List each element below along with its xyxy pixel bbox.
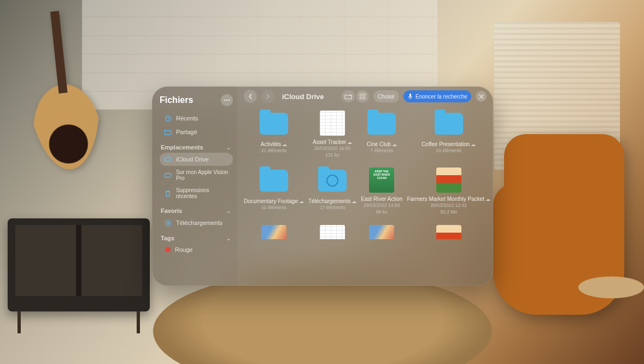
svg-point-1 (226, 100, 228, 101)
file-thumb (260, 170, 288, 195)
file-item[interactable]: Documentary Footage☁︎10 éléments (243, 167, 305, 215)
svg-rect-4 (165, 174, 171, 177)
files-window: Fichiers Récents Partagé Emplacements ⌄ … (152, 86, 493, 286)
file-name: Documentary Footage☁︎ (243, 198, 305, 204)
svg-rect-9 (363, 97, 365, 99)
file-name: Coffee Presentation☁︎ (406, 141, 491, 147)
file-meta: 21 éléments (243, 148, 305, 154)
cabinet-decor (8, 218, 150, 311)
file-item-partial[interactable] (307, 225, 358, 242)
cloud-status-icon: ☁︎ (471, 142, 476, 147)
sidebar-label: Récents (176, 115, 198, 122)
sidebar-label: Téléchargements (176, 219, 223, 226)
cloud-status-icon: ☁︎ (485, 197, 490, 202)
chevron-right-icon (266, 94, 270, 99)
svg-point-0 (224, 100, 226, 101)
cloud-status-icon: ☁︎ (347, 140, 352, 145)
forward-button[interactable] (261, 90, 274, 103)
file-meta: 10 éléments (406, 148, 491, 154)
location-title: iCloud Drive (282, 93, 324, 101)
file-meta: 29/03/2022 12:42 (406, 203, 491, 209)
toolbar: iCloud Drive Choisir (237, 86, 493, 106)
svg-rect-6 (360, 94, 362, 96)
file-item-partial[interactable] (360, 225, 403, 242)
file-thumb (367, 167, 396, 193)
file-name: Asset Tracker☁︎ (307, 139, 358, 145)
sidebar-item-icloud[interactable]: iCloud Drive (160, 153, 233, 166)
sidebar-label: Partagé (176, 129, 197, 135)
sidebar-section-tags[interactable]: Tags ⌄ (161, 235, 231, 241)
file-meta: 17 éléments (307, 205, 358, 211)
chevron-down-icon: ⌄ (226, 208, 231, 214)
sidebar-label: Sur mon Apple Vision Pro (176, 169, 229, 181)
mic-icon (408, 93, 413, 100)
svg-point-2 (229, 100, 230, 101)
file-thumb (318, 111, 347, 136)
file-name: Cine Club☁︎ (360, 141, 403, 147)
file-thumb (318, 170, 347, 195)
svg-rect-7 (363, 94, 365, 96)
cloud-status-icon: ☁︎ (352, 199, 356, 204)
file-thumb (260, 113, 288, 138)
file-item[interactable]: Activités☁︎21 éléments (243, 111, 305, 158)
file-thumb (367, 113, 396, 138)
side-table (578, 276, 644, 298)
close-search-button[interactable] (476, 91, 487, 102)
file-meta: 7 éléments (360, 148, 403, 154)
file-meta2: 86 ko (360, 209, 403, 215)
file-item-partial[interactable] (406, 225, 491, 242)
file-item-partial[interactable] (243, 225, 305, 242)
choose-button[interactable]: Choisir (373, 90, 399, 102)
visionpro-icon (164, 171, 172, 179)
file-item[interactable]: Asset Tracker☁︎20/03/2020 16:55131 ko (307, 111, 358, 158)
chevron-down-icon: ⌄ (226, 235, 231, 241)
file-item[interactable]: Téléchargements☁︎17 éléments (307, 167, 358, 215)
sidebar-item-downloads[interactable]: Téléchargements (160, 216, 233, 229)
more-button[interactable] (221, 94, 233, 106)
sidebar-section-locations[interactable]: Emplacements ⌄ (161, 144, 231, 151)
new-folder-button[interactable] (342, 90, 355, 102)
file-thumb (435, 167, 463, 193)
search-input[interactable] (415, 94, 467, 100)
sidebar-label: Rouge (175, 246, 192, 253)
download-icon (164, 219, 172, 227)
file-thumb (367, 225, 396, 239)
file-item[interactable]: Cine Club☁︎7 éléments (360, 111, 403, 158)
ellipsis-icon (224, 99, 230, 101)
file-item[interactable]: Farmers Market Monthly Packet☁︎29/03/202… (406, 167, 491, 215)
svg-rect-8 (360, 97, 362, 99)
file-thumb (435, 225, 463, 239)
shared-folder-icon (164, 128, 172, 136)
file-name: Farmers Market Monthly Packet☁︎ (406, 196, 491, 202)
sidebar-item-tag-red[interactable]: Rouge (160, 244, 233, 256)
file-meta2: 131 ko (307, 152, 358, 158)
clock-icon (164, 114, 172, 122)
back-button[interactable] (244, 90, 257, 103)
file-item[interactable]: Coffee Presentation☁︎10 éléments (406, 111, 491, 158)
chevron-left-icon (248, 94, 253, 99)
trash-icon (164, 189, 172, 197)
file-grid: Activités☁︎21 élémentsAsset Tracker☁︎20/… (237, 106, 493, 286)
red-tag-icon (165, 247, 171, 252)
cloud-status-icon: ☁︎ (282, 142, 287, 147)
sidebar-item-recents[interactable]: Récents (160, 112, 233, 125)
cloud-icon (164, 155, 172, 163)
sidebar-section-favorites[interactable]: Favoris ⌄ (161, 207, 231, 214)
view-options-button[interactable] (356, 90, 369, 102)
sidebar-item-shared[interactable]: Partagé (160, 125, 233, 138)
cloud-status-icon: ☁︎ (299, 199, 304, 204)
sidebar-label: Suppressions récentes (176, 187, 229, 199)
file-name: Activités☁︎ (243, 141, 305, 147)
close-icon (479, 94, 484, 99)
file-meta: 10 éléments (243, 205, 305, 211)
folder-plus-icon (344, 94, 352, 100)
search-field[interactable] (403, 90, 471, 102)
sidebar-label: iCloud Drive (176, 156, 209, 163)
file-item[interactable]: East River Action29/03/2022 14:5986 ko (360, 167, 403, 215)
app-title: Fichiers (160, 95, 193, 105)
sidebar-item-recently-deleted[interactable]: Suppressions récentes (160, 184, 233, 202)
chevron-down-icon: ⌄ (226, 145, 231, 151)
file-name: Téléchargements☁︎ (307, 198, 358, 204)
cloud-status-icon: ☁︎ (392, 142, 397, 147)
sidebar-item-on-device[interactable]: Sur mon Apple Vision Pro (160, 166, 233, 184)
